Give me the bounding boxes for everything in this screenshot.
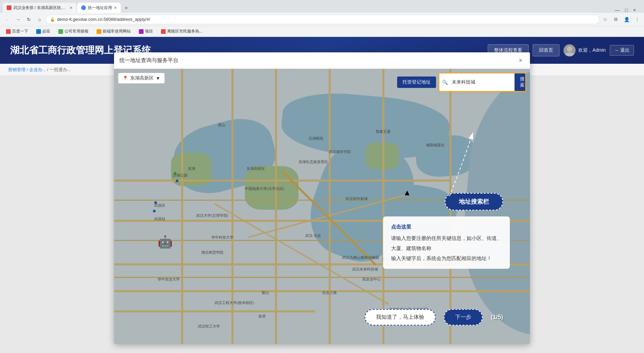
url-text: demo-lt.geostar.com.cn:58088/address_app…	[57, 17, 595, 22]
home-nav-button[interactable]: ⌂	[35, 15, 44, 24]
tab-bar: 武汉业务部 / 东湖高新区统一地... × 统一地址应用 × + — □ ×	[0, 0, 644, 13]
back-button[interactable]: ←	[3, 15, 12, 24]
modal-title: 统一地址查询与服务平台	[119, 57, 178, 64]
bookmark-baidu-label: 百度一下	[12, 29, 28, 34]
maximize-icon[interactable]: □	[625, 7, 628, 13]
tab-close-1[interactable]: ×	[70, 5, 72, 10]
menu-icon[interactable]: ⋮	[633, 15, 641, 23]
forward-button[interactable]: →	[13, 15, 23, 24]
frontend-icon	[97, 29, 101, 34]
company-icon	[58, 29, 63, 34]
search-input[interactable]	[448, 77, 515, 88]
bookmark-project[interactable]: 项目	[137, 28, 155, 35]
guide-progress: (1/5)	[491, 314, 503, 321]
minimize-icon[interactable]: —	[615, 7, 620, 13]
map-search-area: 托管登记地址 🔍 搜索	[397, 73, 526, 92]
nav-actions: ☆ ⧉ 👤 ⋮	[601, 15, 641, 23]
window-controls: — □ ×	[609, 7, 641, 13]
new-tab-button[interactable]: +	[121, 3, 131, 13]
bookmark-frontend[interactable]: 前端常使用网站	[95, 28, 133, 35]
tab-favicon-2	[81, 5, 86, 10]
modal-close-button[interactable]: ×	[517, 56, 525, 64]
dim-overlay	[114, 69, 530, 344]
lock-icon: 🔒	[50, 17, 55, 22]
tab-2[interactable]: 统一地址应用 ×	[77, 3, 121, 13]
bookmark-company-label: 公司常用接報	[64, 29, 89, 34]
extensions-icon[interactable]: ⧉	[612, 15, 620, 23]
map-pin-icon: ▲	[403, 188, 411, 197]
tab-1[interactable]: 武汉业务部 / 东湖高新区统一地... ×	[3, 3, 76, 13]
guide-skip-button[interactable]: 我知道了，马上体验	[365, 309, 436, 325]
host-register-button[interactable]: 托管登记地址	[397, 77, 436, 88]
bookmark-frontend-label: 前端常使用网站	[103, 29, 131, 34]
bookmarks-bar: 百度一下 必应 公司常用接報 前端常使用网站 项目 夷陵区市民服务热...	[0, 26, 644, 37]
bing-icon	[36, 29, 41, 34]
district-selector[interactable]: 📍 东湖高新区 ▼	[118, 73, 165, 84]
user-profile-icon[interactable]: 👤	[623, 15, 631, 23]
dropdown-icon: ▼	[156, 75, 160, 81]
reload-button[interactable]: ↻	[24, 15, 34, 24]
tab-favicon-1	[7, 5, 11, 10]
modal-header: 统一地址查询与服务平台 ×	[114, 52, 530, 69]
bookmark-icon[interactable]: ☆	[601, 15, 609, 23]
map-container: 武昌区 武昌站 东湖高新区 沙湖公园 中国地质大学(大学北区) 武汉软件新城 武…	[114, 69, 530, 344]
search-box: 🔍 搜索	[439, 73, 526, 92]
tab-close-2[interactable]: ×	[114, 5, 117, 10]
tab-label-2: 统一地址应用	[88, 5, 112, 11]
modal-overlay: 统一地址查询与服务平台 ×	[0, 49, 644, 353]
search-icon: 🔍	[439, 80, 448, 85]
yiling-icon	[161, 29, 166, 34]
bookmark-baidu[interactable]: 百度一下	[4, 28, 30, 35]
address-modal: 统一地址查询与服务平台 ×	[114, 52, 530, 344]
location-marker: ▲	[403, 188, 411, 197]
pin-icon: 📍	[122, 75, 128, 81]
bookmark-yiling[interactable]: 夷陵区市民服务热...	[159, 28, 205, 35]
address-bar[interactable]: 🔒 demo-lt.geostar.com.cn:58088/address_a…	[46, 15, 600, 24]
district-name: 东湖高新区	[130, 75, 154, 81]
tab-label-1: 武汉业务部 / 东湖高新区统一地...	[13, 5, 68, 11]
bookmark-bing[interactable]: 必应	[34, 28, 52, 35]
browser-chrome: 武汉业务部 / 东湖高新区统一地... × 统一地址应用 × + — □ × ←…	[0, 0, 644, 37]
search-button[interactable]: 搜索	[515, 73, 526, 91]
close-icon[interactable]: ×	[633, 7, 636, 13]
map-toolbar: 📍 东湖高新区 ▼	[118, 73, 165, 84]
project-icon	[139, 29, 144, 34]
bookmark-project-label: 项目	[145, 29, 153, 34]
nav-bar: ← → ↻ ⌂ 🔒 demo-lt.geostar.com.cn:58088/a…	[0, 13, 644, 26]
bookmark-bing-label: 必应	[42, 29, 50, 34]
bookmark-yiling-label: 夷陵区市民服务热...	[167, 29, 203, 34]
guide-bottom-buttons: 我知道了，马上体验 下一步 (1/5)	[365, 309, 503, 325]
guide-next-button[interactable]: 下一步	[444, 309, 483, 325]
bookmark-company[interactable]: 公司常用接報	[56, 28, 91, 35]
baidu-icon	[6, 29, 11, 34]
